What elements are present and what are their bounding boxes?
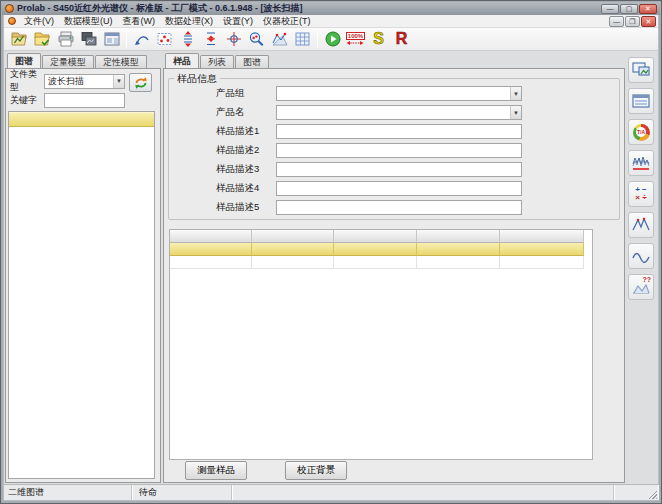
reset-zoom-button[interactable] — [130, 29, 153, 50]
identify-unknown-button[interactable]: ?? — [628, 274, 654, 300]
maximize-button[interactable]: ▢ — [620, 4, 638, 14]
tab-quantitative-model[interactable]: 定量模型 — [42, 55, 94, 68]
refresh-list-button[interactable] — [129, 73, 152, 92]
resize-grip[interactable] — [648, 490, 657, 499]
menu-settings[interactable]: 设置(Y) — [218, 15, 258, 27]
table-row-selected[interactable] — [170, 243, 592, 256]
peaks-button[interactable] — [628, 212, 654, 238]
crosshair-button[interactable] — [222, 29, 245, 50]
tab-qualitative-model[interactable]: 定性模型 — [95, 55, 147, 68]
zoom-100-label: 100% — [346, 32, 365, 40]
tab-spectra[interactable]: 图谱 — [7, 53, 41, 68]
menu-file[interactable]: 文件(V) — [19, 15, 59, 27]
table-cell[interactable] — [170, 256, 252, 269]
table-row[interactable] — [170, 256, 592, 269]
spectra-display-icon — [631, 61, 651, 79]
list-view-button[interactable] — [628, 88, 654, 114]
table-cell[interactable] — [334, 256, 417, 269]
left-panel-body: 文件类型 波长扫描 ▼ 关键字 — [5, 68, 161, 483]
calibrate-background-button[interactable]: 校正背景 — [285, 461, 347, 480]
ta-label: T/A — [636, 127, 646, 137]
mdi-child-icon — [8, 17, 16, 25]
menu-view[interactable]: 查看(W) — [118, 15, 161, 27]
toolbar-separator — [126, 31, 127, 48]
report-button[interactable] — [100, 29, 123, 50]
table-cell[interactable] — [500, 256, 584, 269]
math-operations-button[interactable]: + − × ÷ — [628, 181, 654, 207]
table-cell[interactable] — [417, 256, 500, 269]
field-row-product-group: 产品组 ▼ — [169, 84, 619, 103]
table-cell[interactable] — [252, 243, 334, 256]
table-header-cell[interactable] — [334, 230, 417, 243]
open-spectrum-button[interactable] — [8, 29, 31, 50]
table-cell[interactable] — [500, 243, 584, 256]
save-folder-button[interactable] — [31, 29, 54, 50]
select-points-button[interactable] — [153, 29, 176, 50]
content-area: 图谱 定量模型 定性模型 文件类型 波长扫描 ▼ — [4, 51, 658, 484]
field-row-description-3: 样品描述3 — [169, 160, 619, 179]
tab-spectrum[interactable]: 图谱 — [235, 55, 269, 68]
zoom-100-button[interactable]: 100% — [344, 29, 367, 50]
sample-description-4-input[interactable] — [276, 181, 522, 196]
title-bar: Prolab - S450近红外光谱仪 - 标准版 - 工厂模式 - 0.6.1… — [2, 2, 660, 15]
mdi-close-button[interactable]: ✕ — [641, 16, 656, 27]
scale-segment-icon — [202, 31, 220, 47]
smooth-curve-button[interactable] — [628, 243, 654, 269]
baseline-button[interactable] — [628, 150, 654, 176]
standard-button[interactable]: S — [367, 29, 390, 50]
chevron-down-icon[interactable]: ▼ — [510, 106, 521, 119]
table-header-cell[interactable] — [500, 230, 584, 243]
peak-area-icon — [271, 31, 289, 47]
selected-list-item[interactable] — [9, 112, 154, 127]
table-cell[interactable] — [170, 243, 252, 256]
start-scan-button[interactable] — [321, 29, 344, 50]
status-bar: 二维图谱 待命 — [4, 484, 658, 500]
peak-area-button[interactable] — [268, 29, 291, 50]
status-view-mode: 二维图谱 — [4, 485, 132, 500]
product-name-combo[interactable]: ▼ — [276, 105, 522, 120]
tab-sample[interactable]: 样品 — [165, 53, 199, 68]
standard-icon: S — [373, 31, 384, 47]
table-header-cell[interactable] — [252, 230, 334, 243]
mdi-minimize-button[interactable]: — — [609, 16, 624, 27]
sample-description-3-input[interactable] — [276, 162, 522, 177]
menu-instrument-calibration[interactable]: 仪器校正(T) — [258, 15, 316, 27]
print-button[interactable] — [54, 29, 77, 50]
close-button[interactable]: ✕ — [639, 4, 657, 14]
ta-toggle-button[interactable]: T/A — [628, 119, 654, 145]
reference-button[interactable]: R — [390, 29, 413, 50]
smooth-curve-icon — [631, 249, 651, 263]
product-group-combo[interactable]: ▼ — [276, 86, 522, 101]
export-image-button[interactable] — [77, 29, 100, 50]
menu-data-processing[interactable]: 数据处理(X) — [160, 15, 218, 27]
keyword-row: 关键字 — [10, 92, 156, 108]
full-scale-y-button[interactable] — [176, 29, 199, 50]
table-header-cell[interactable] — [170, 230, 252, 243]
grid-button[interactable] — [291, 29, 314, 50]
spectra-file-list[interactable] — [8, 111, 155, 479]
sample-description-2-input[interactable] — [276, 143, 522, 158]
product-group-label: 产品组 — [216, 87, 276, 100]
table-cell[interactable] — [252, 256, 334, 269]
sample-description-1-input[interactable] — [276, 124, 522, 139]
spectra-display-button[interactable] — [628, 57, 654, 83]
open-spectrum-icon — [11, 31, 29, 47]
chevron-down-icon[interactable]: ▼ — [510, 87, 521, 100]
measure-sample-button[interactable]: 测量样品 — [185, 461, 247, 480]
sample-description-5-input[interactable] — [276, 200, 522, 215]
table-cell[interactable] — [417, 243, 500, 256]
results-table[interactable] — [169, 229, 593, 460]
chevron-down-icon[interactable]: ▼ — [113, 75, 124, 88]
menu-data-model[interactable]: 数据模型(U) — [59, 15, 118, 27]
scale-segment-button[interactable] — [199, 29, 222, 50]
file-type-combo[interactable]: 波长扫描 ▼ — [44, 74, 125, 89]
minimize-button[interactable]: — — [601, 4, 619, 14]
zoom-100-arrows — [346, 40, 364, 46]
zoom-points-button[interactable] — [245, 29, 268, 50]
table-cell[interactable] — [334, 243, 417, 256]
tab-list[interactable]: 列表 — [200, 55, 234, 68]
keyword-input[interactable] — [44, 93, 125, 108]
mdi-restore-button[interactable]: ❐ — [625, 16, 640, 27]
identify-unknown-icon: ?? — [631, 278, 651, 296]
table-header-cell[interactable] — [417, 230, 500, 243]
